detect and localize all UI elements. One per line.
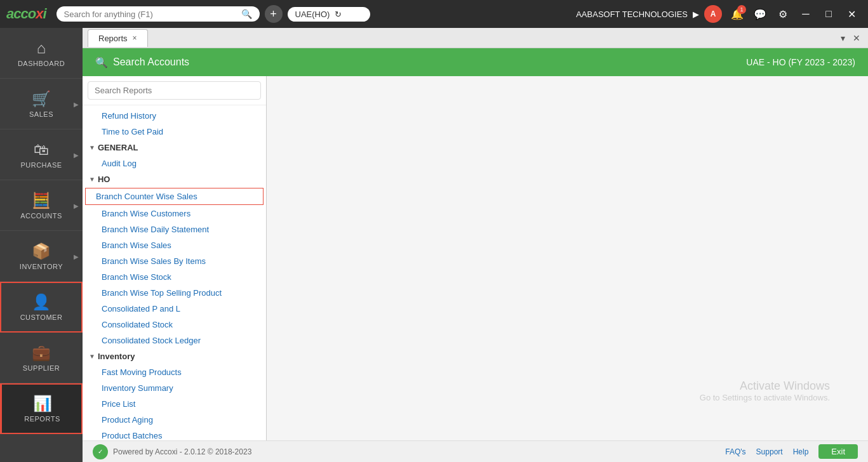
notification-badge: 1 <box>737 5 746 14</box>
global-search-input[interactable] <box>64 10 236 19</box>
close-button[interactable]: ✕ <box>841 4 862 24</box>
split-panel: Refund History Time to Get Paid ▼ GENERA… <box>83 76 868 440</box>
report-list: Refund History Time to Get Paid ▼ GENERA… <box>83 105 266 440</box>
sidebar-label-purchase: PURCHASE <box>20 161 62 169</box>
footer-right: FAQ's Support Help Exit <box>725 444 858 459</box>
dashboard-icon: ⌂ <box>37 39 46 57</box>
chevron-right-icon: ▶ <box>74 100 79 107</box>
purchase-icon: 🛍 <box>34 141 49 159</box>
list-item[interactable]: Time to Get Paid <box>83 124 266 140</box>
tab-reports[interactable]: Reports × <box>88 29 148 47</box>
list-item[interactable]: Consolidated Stock <box>83 317 266 333</box>
report-search-area[interactable] <box>83 76 266 105</box>
company-selector[interactable]: UAE(HO) ↻ <box>288 7 370 22</box>
footer-logo: ✓ <box>93 444 108 459</box>
list-item-branch-counter-wise-sales[interactable]: Branch Counter Wise Sales <box>85 188 264 205</box>
chevron-right-icon-inventory: ▶ <box>74 253 79 260</box>
list-item[interactable]: Refund History <box>83 108 266 124</box>
settings-button[interactable]: ⚙ <box>773 4 793 24</box>
watermark: Activate Windows Go to Settings to activ… <box>700 380 830 402</box>
sidebar-item-purchase[interactable]: 🛍 PURCHASE ▶ <box>0 129 83 180</box>
report-main: Activate Windows Go to Settings to activ… <box>267 76 868 440</box>
sidebar-item-dashboard[interactable]: ⌂ DASHBOARD <box>0 28 83 79</box>
search-icon-header: 🔍 <box>95 56 108 69</box>
collapse-icon: ▼ <box>89 144 95 151</box>
list-item[interactable]: Inventory Summary <box>83 380 266 396</box>
list-item[interactable]: Branch Wise Customers <box>83 206 266 221</box>
list-item[interactable]: Audit Log <box>83 155 266 171</box>
watermark-line2: Go to Settings to activate Windows. <box>700 393 830 402</box>
inventory-icon: 📦 <box>32 242 51 260</box>
category-ho[interactable]: ▼ HO <box>83 171 266 187</box>
sales-icon: 🛒 <box>32 90 51 108</box>
support-link[interactable]: Support <box>756 447 783 456</box>
content-area: Reports × ▾ ✕ 🔍 Search Accounts UAE - HO… <box>83 28 868 462</box>
sidebar-item-sales[interactable]: 🛒 SALES ▶ <box>0 79 83 129</box>
collapse-icon-inventory: ▼ <box>89 353 95 360</box>
sidebar-label-accounts: ACCOUNTS <box>20 212 62 220</box>
list-item[interactable]: Consolidated Stock Ledger <box>83 333 266 348</box>
app-logo: accoxi <box>6 6 46 22</box>
list-item[interactable]: Consolidated P and L <box>83 301 266 317</box>
category-general-label: GENERAL <box>98 143 138 152</box>
tab-close-icon[interactable]: × <box>133 34 137 43</box>
list-item[interactable]: Fast Moving Products <box>83 364 266 380</box>
sidebar: ⌂ DASHBOARD 🛒 SALES ▶ 🛍 PURCHASE ▶ 🧮 ACC… <box>0 28 83 462</box>
notification-bell[interactable]: 🔔 1 <box>727 4 747 24</box>
list-item[interactable]: Branch Wise Top Selling Product <box>83 285 266 301</box>
tab-down-button[interactable]: ▾ <box>838 32 848 44</box>
sidebar-item-accounts[interactable]: 🧮 ACCOUNTS ▶ <box>0 180 83 231</box>
faqs-link[interactable]: FAQ's <box>725 447 745 456</box>
list-item[interactable]: Branch Wise Stock <box>83 269 266 285</box>
search-icon: 🔍 <box>241 9 252 19</box>
list-item[interactable]: Branch Wise Sales <box>83 237 266 253</box>
company-code: UAE(HO) <box>295 10 330 19</box>
list-item[interactable]: Product Aging <box>83 412 266 428</box>
sidebar-item-inventory[interactable]: 📦 INVENTORY ▶ <box>0 231 83 282</box>
maximize-button[interactable]: □ <box>818 4 839 24</box>
footer: ✓ Powered by Accoxi - 2.0.12 © 2018-2023… <box>83 440 868 462</box>
sidebar-item-supplier[interactable]: 💼 SUPPLIER <box>0 333 83 383</box>
tab-controls: ▾ ✕ <box>838 32 863 44</box>
sidebar-label-customer: CUSTOMER <box>20 314 63 321</box>
sidebar-label-inventory: INVENTORY <box>20 263 63 270</box>
report-search-input[interactable] <box>88 81 261 100</box>
add-button[interactable]: + <box>265 5 283 23</box>
sidebar-item-customer[interactable]: 👤 CUSTOMER <box>0 282 83 333</box>
chevron-right-icon-purchase: ▶ <box>74 151 79 158</box>
reports-icon: 📊 <box>33 395 52 412</box>
tab-bar: Reports × ▾ ✕ <box>83 28 868 48</box>
help-link[interactable]: Help <box>793 447 809 456</box>
list-item[interactable]: Branch Wise Daily Statement <box>83 221 266 237</box>
list-item[interactable]: Branch Wise Sales By Items <box>83 253 266 269</box>
chat-button[interactable]: 💬 <box>750 4 770 24</box>
category-general[interactable]: ▼ GENERAL <box>83 140 266 155</box>
sidebar-item-reports[interactable]: 📊 REPORTS <box>0 383 83 434</box>
customer-icon: 👤 <box>32 293 51 311</box>
sidebar-label-supplier: SUPPLIER <box>23 364 60 372</box>
refresh-icon[interactable]: ↻ <box>335 10 342 19</box>
global-search-bar[interactable]: 🔍 <box>57 6 260 22</box>
report-header: 🔍 Search Accounts UAE - HO (FY 2023 - 20… <box>83 48 868 76</box>
sidebar-label-dashboard: DASHBOARD <box>18 60 65 67</box>
list-item[interactable]: Product Batches <box>83 428 266 440</box>
watermark-line1: Activate Windows <box>700 380 830 393</box>
topbar-icons: 🔔 1 💬 ⚙ ─ □ ✕ <box>727 4 862 24</box>
topbar: accoxi 🔍 + UAE(HO) ↻ AABASOFT TECHNOLOGI… <box>0 0 868 28</box>
category-inventory[interactable]: ▼ Inventory <box>83 348 266 364</box>
chevron-right-icon-accounts: ▶ <box>74 202 79 209</box>
report-panel: 🔍 Search Accounts UAE - HO (FY 2023 - 20… <box>83 48 868 440</box>
main-layout: ⌂ DASHBOARD 🛒 SALES ▶ 🛍 PURCHASE ▶ 🧮 ACC… <box>0 28 868 462</box>
category-inventory-label: Inventory <box>98 352 135 361</box>
exit-button[interactable]: Exit <box>818 444 858 459</box>
sidebar-label-reports: REPORTS <box>24 415 60 423</box>
tab-close-all-button[interactable]: ✕ <box>850 32 863 44</box>
minimize-button[interactable]: ─ <box>796 4 816 24</box>
report-sidebar: Refund History Time to Get Paid ▼ GENERA… <box>83 76 267 440</box>
report-title: Search Accounts <box>113 56 189 68</box>
collapse-icon-ho: ▼ <box>89 176 95 183</box>
supplier-icon: 💼 <box>32 344 51 362</box>
company-name-area: AABASOFT TECHNOLOGIES ▶ A <box>576 5 722 23</box>
list-item[interactable]: Price List <box>83 396 266 412</box>
company-info: UAE - HO (FY 2023 - 2023) <box>746 57 855 67</box>
